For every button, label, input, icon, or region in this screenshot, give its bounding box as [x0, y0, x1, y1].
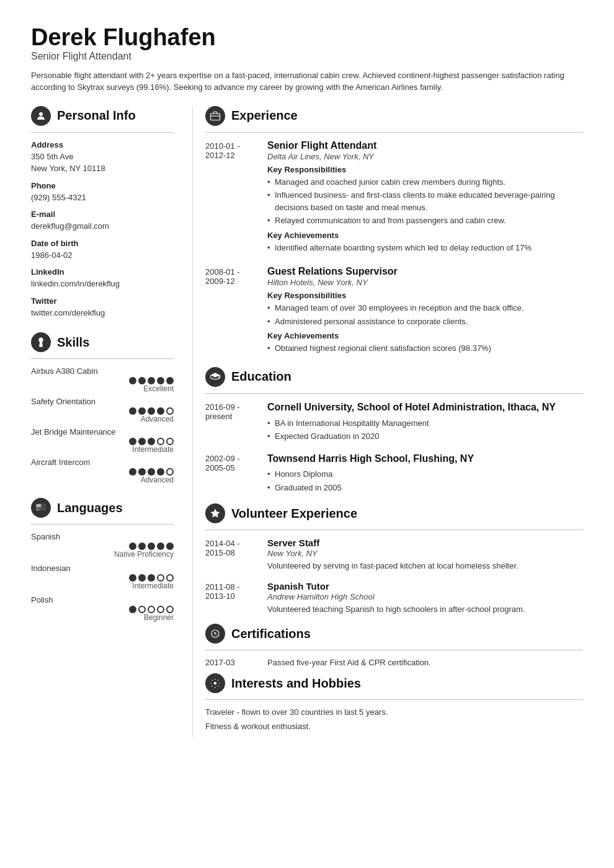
volunteer-section: Volunteer Experience 2014-04 - 2015-08 S…	[205, 503, 583, 615]
personal-info-linkedin: LinkedIn linkedin.com/in/derekflug	[31, 267, 174, 290]
languages-icon	[31, 498, 51, 518]
svg-rect-2	[211, 113, 220, 120]
volunteer-header: Volunteer Experience	[205, 503, 583, 523]
education-section: Education 2016-09 - present Cornell Univ…	[205, 367, 583, 495]
main-content: Personal Info Address 350 5th AveNew Yor…	[31, 106, 583, 738]
list-item: BA in International Hospitality Manageme…	[267, 417, 583, 430]
personal-info-divider	[31, 132, 174, 133]
personal-info-header: Personal Info	[31, 106, 174, 126]
language-dots	[129, 574, 174, 582]
left-column: Personal Info Address 350 5th AveNew Yor…	[31, 106, 192, 627]
achievements-list: Identified alternate boarding system whi…	[267, 242, 583, 254]
skill-dots	[129, 438, 174, 445]
skills-list: Airbus A380 Cabin Excellent Safety Orien…	[31, 366, 174, 484]
education-list: BA in International Hospitality Manageme…	[267, 417, 583, 443]
certifications-icon	[205, 624, 225, 644]
languages-title: Languages	[57, 501, 123, 515]
volunteer-title: Volunteer Experience	[231, 507, 357, 521]
skills-title: Skills	[57, 335, 89, 350]
experience-entry: 2008-01 - 2009-12 Guest Relations Superv…	[205, 266, 583, 356]
skills-header: Skills	[31, 332, 174, 352]
personal-info-dob: Date of birth 1986-04-02	[31, 239, 174, 262]
svg-point-0	[39, 112, 43, 116]
personal-info-address: Address 350 5th AveNew York, NY 10118	[31, 140, 174, 175]
hobby-item: Traveler - flown to over 30 countries in…	[205, 707, 583, 717]
certifications-header: Certifications	[205, 624, 583, 644]
personal-info-email: E-mail derekflug@gmail.com	[31, 210, 174, 232]
languages-list: Spanish Native Proficiency Indonesian	[31, 532, 174, 622]
certifications-title: Certifications	[231, 627, 311, 641]
skills-divider	[31, 358, 174, 359]
personal-info-phone: Phone (929) 555-4321	[31, 181, 174, 204]
list-item: Managed and coached junior cabin crew me…	[267, 176, 583, 188]
interests-section: Interests and Hobbies Traveler - flown t…	[205, 673, 583, 731]
list-item: Influenced business- and first-class cli…	[267, 189, 583, 213]
experience-title: Experience	[231, 108, 298, 123]
language-item: Spanish Native Proficiency	[31, 532, 174, 559]
education-icon	[205, 367, 225, 387]
language-item: Polish Beginner	[31, 595, 174, 622]
list-item: Obtained highest regional client satisfa…	[267, 342, 583, 355]
volunteer-divider	[205, 529, 583, 530]
language-dots	[129, 542, 174, 550]
interests-divider	[205, 699, 583, 700]
certifications-divider	[205, 650, 583, 650]
education-title: Education	[231, 370, 291, 384]
list-item: Expected Graduation in 2020	[267, 430, 583, 443]
experience-section: Experience 2010-01 - 2012-12 Senior Flig…	[205, 106, 583, 356]
education-list: Honors Diploma Graduated in 2005	[267, 468, 583, 494]
education-divider	[205, 393, 583, 394]
education-entry: 2016-09 - present Cornell University, Sc…	[205, 401, 583, 444]
responsibilities-list: Managed and coached junior cabin crew me…	[267, 176, 583, 227]
languages-divider	[31, 524, 174, 525]
volunteer-icon	[205, 503, 225, 523]
interests-title: Interests and Hobbies	[231, 676, 361, 691]
responsibilities-list: Managed team of over 30 employees in rec…	[267, 302, 583, 327]
candidate-name: Derek Flughafen	[31, 25, 583, 51]
skill-item: Jet Bridge Maintenance Intermediate	[31, 427, 174, 454]
volunteer-entry: 2011-08 - 2013-10 Spanish Tutor Andrew H…	[205, 581, 583, 616]
interests-header: Interests and Hobbies	[205, 673, 583, 693]
list-item: Graduated in 2005	[267, 482, 583, 494]
personal-info-title: Personal Info	[57, 108, 136, 123]
experience-header: Experience	[205, 106, 583, 126]
experience-divider	[205, 132, 583, 133]
skills-icon	[31, 332, 51, 352]
svg-point-8	[214, 682, 217, 685]
list-item: Administered personal assistance to corp…	[267, 316, 583, 328]
certification-entry: 2017-03 Passed five-year First Aid & CPR…	[205, 658, 583, 667]
list-item: Managed team of over 30 employees in rec…	[267, 302, 583, 314]
volunteer-entry: 2014-04 - 2015-08 Server Staff New York,…	[205, 538, 583, 572]
interests-icon	[205, 673, 225, 693]
candidate-title: Senior Flight Attendant	[31, 51, 583, 62]
language-dots	[129, 606, 174, 613]
skill-dots	[129, 377, 174, 384]
experience-entry: 2010-01 - 2012-12 Senior Flight Attendan…	[205, 140, 583, 255]
hobby-item: Fitness & workout enthusiast.	[205, 722, 583, 731]
personal-info-icon	[31, 106, 51, 126]
achievements-list: Obtained highest regional client satisfa…	[267, 342, 583, 355]
language-item: Indonesian Intermediate	[31, 564, 174, 590]
languages-header: Languages	[31, 498, 174, 518]
svg-marker-5	[211, 509, 220, 518]
list-item: Honors Diploma	[267, 468, 583, 480]
education-entry: 2002-09 - 2005-05 Townsend Harris High S…	[205, 453, 583, 495]
certifications-section: Certifications 2017-03 Passed five-year …	[205, 624, 583, 667]
list-item: Identified alternate boarding system whi…	[267, 242, 583, 254]
education-header: Education	[205, 367, 583, 387]
skill-dots	[129, 468, 174, 476]
resume-header: Derek Flughafen Senior Flight Attendant …	[31, 25, 583, 94]
experience-icon	[205, 106, 225, 126]
skill-dots	[129, 407, 174, 415]
skill-item: Aircraft Intercom Advanced	[31, 458, 174, 484]
personal-info-twitter: Twitter twitter.com/derekflug	[31, 296, 174, 319]
skill-item: Safety Orientation Advanced	[31, 397, 174, 423]
right-column: Experience 2010-01 - 2012-12 Senior Flig…	[192, 106, 583, 738]
skill-item: Airbus A380 Cabin Excellent	[31, 366, 174, 393]
list-item: Relayed communication to and from passen…	[267, 215, 583, 227]
candidate-summary: Personable flight attendant with 2+ year…	[31, 69, 583, 94]
